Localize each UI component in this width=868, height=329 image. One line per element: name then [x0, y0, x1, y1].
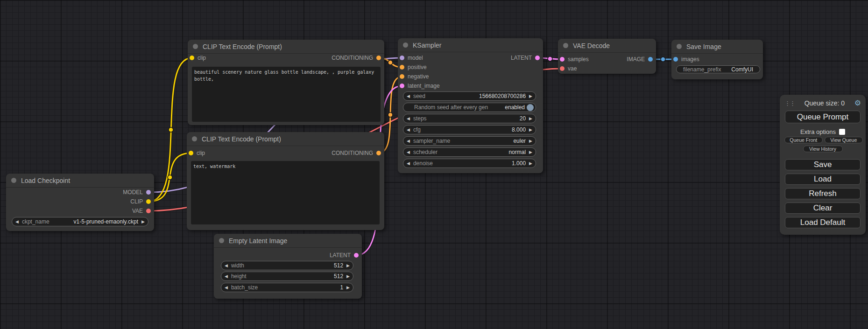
- input-latent-image[interactable]: latent_image: [400, 83, 440, 89]
- node-title-bar[interactable]: CLIP Text Encode (Prompt): [188, 40, 384, 54]
- node-title-bar[interactable]: Save Image: [671, 40, 763, 54]
- arrow-right-icon[interactable]: ▶: [346, 264, 350, 268]
- port-dot[interactable]: [400, 65, 404, 70]
- input-positive[interactable]: positive: [400, 64, 427, 70]
- port-dot[interactable]: [560, 57, 565, 62]
- output-latent[interactable]: LATENT: [511, 55, 540, 61]
- arrow-left-icon[interactable]: ◀: [407, 94, 410, 98]
- node-title-bar[interactable]: Load Checkpoint: [6, 174, 154, 188]
- queue-front-button[interactable]: Queue Front: [784, 137, 823, 143]
- prompt-textarea[interactable]: beautiful scenery nature glass bottle la…: [192, 67, 381, 122]
- arrow-right-icon[interactable]: ▶: [529, 117, 532, 121]
- output-latent[interactable]: LATENT: [330, 252, 359, 259]
- node-vae-decode[interactable]: VAE Decode samples vae IMAGE: [558, 39, 656, 74]
- port-dot[interactable]: [146, 190, 151, 195]
- port-dot[interactable]: [354, 253, 359, 258]
- arrow-left-icon[interactable]: ◀: [407, 161, 410, 166]
- collapse-dot[interactable]: [219, 238, 224, 243]
- drag-handle-icon[interactable]: ⋮⋮: [784, 100, 795, 106]
- node-save-image[interactable]: Save Image images filename_prefix ComfyU…: [671, 40, 763, 79]
- queue-panel[interactable]: ⋮⋮ Queue size: 0 ⚙ Queue Prompt Extra op…: [780, 95, 866, 235]
- arrow-left-icon[interactable]: ◀: [407, 150, 410, 154]
- prompt-textarea[interactable]: text, watermark: [191, 161, 380, 224]
- clear-button[interactable]: Clear: [785, 203, 861, 214]
- widget-filename-prefix[interactable]: filename_prefix ComfyUI: [676, 65, 760, 73]
- arrow-left-icon[interactable]: ◀: [225, 274, 228, 279]
- port-dot[interactable]: [648, 57, 653, 62]
- input-images[interactable]: images: [673, 56, 699, 63]
- widget-sampler-name[interactable]: ◀ sampler_name euler ▶: [403, 136, 536, 146]
- port-dot[interactable]: [376, 151, 381, 155]
- arrow-right-icon[interactable]: ▶: [529, 94, 532, 98]
- widget-random-seed-toggle[interactable]: Random seed after every gen enabled: [403, 103, 536, 112]
- input-samples[interactable]: samples: [560, 56, 589, 63]
- arrow-right-icon[interactable]: ▶: [529, 128, 532, 132]
- widget-scheduler[interactable]: ◀ scheduler normal ▶: [403, 147, 536, 157]
- widget-cfg[interactable]: ◀ cfg 8.000 ▶: [403, 125, 536, 134]
- port-dot[interactable]: [400, 74, 404, 79]
- node-title-bar[interactable]: KSampler: [398, 38, 543, 52]
- widget-height[interactable]: ◀ height 512 ▶: [221, 272, 353, 281]
- collapse-dot[interactable]: [403, 42, 408, 48]
- node-title-bar[interactable]: Empty Latent Image: [214, 234, 362, 248]
- collapse-dot[interactable]: [677, 44, 682, 49]
- arrow-left-icon[interactable]: ◀: [407, 117, 410, 121]
- node-clip-text-encode-positive[interactable]: CLIP Text Encode (Prompt) clip CONDITION…: [188, 40, 384, 125]
- arrow-right-icon[interactable]: ▶: [529, 139, 532, 143]
- arrow-right-icon[interactable]: ▶: [529, 150, 532, 154]
- node-load-checkpoint[interactable]: Load Checkpoint MODEL CLIP VAE ◀ ckpt_na…: [6, 174, 154, 231]
- arrow-left-icon[interactable]: ◀: [225, 264, 228, 268]
- toggle-dot[interactable]: [527, 104, 534, 111]
- refresh-button[interactable]: Refresh: [785, 188, 861, 199]
- arrow-left-icon[interactable]: ◀: [407, 139, 410, 143]
- input-vae[interactable]: vae: [560, 65, 577, 72]
- save-button[interactable]: Save: [785, 159, 861, 170]
- output-model[interactable]: MODEL: [123, 189, 151, 196]
- gear-icon[interactable]: ⚙: [854, 99, 861, 107]
- collapse-dot[interactable]: [11, 178, 16, 183]
- input-model[interactable]: model: [400, 55, 423, 61]
- port-dot[interactable]: [560, 66, 565, 71]
- arrow-left-icon[interactable]: ◀: [225, 286, 228, 290]
- extra-options-checkbox[interactable]: [839, 129, 845, 135]
- arrow-right-icon[interactable]: ▶: [346, 286, 350, 290]
- port-dot[interactable]: [189, 151, 193, 155]
- output-clip[interactable]: CLIP: [130, 198, 151, 205]
- node-graph-canvas[interactable]: { "icons": { "arrow_left": "◀", "arrow_r…: [0, 0, 868, 329]
- port-dot[interactable]: [146, 209, 151, 213]
- node-title-bar[interactable]: CLIP Text Encode (Prompt): [187, 132, 384, 146]
- load-default-button[interactable]: Load Default: [785, 217, 861, 228]
- arrow-left-icon[interactable]: ◀: [407, 128, 410, 132]
- widget-seed[interactable]: ◀ seed 156680208700286 ▶: [403, 91, 536, 101]
- output-vae[interactable]: VAE: [132, 208, 151, 214]
- output-image[interactable]: IMAGE: [627, 56, 653, 63]
- widget-steps[interactable]: ◀ steps 20 ▶: [403, 114, 536, 123]
- load-button[interactable]: Load: [785, 174, 861, 185]
- port-dot[interactable]: [400, 56, 404, 60]
- arrow-right-icon[interactable]: ▶: [141, 220, 145, 224]
- widget-ckpt-name[interactable]: ◀ ckpt_name v1-5-pruned-emaonly.ckpt ▶: [12, 217, 148, 226]
- arrow-left-icon[interactable]: ◀: [15, 220, 19, 224]
- node-clip-text-encode-negative[interactable]: CLIP Text Encode (Prompt) clip CONDITION…: [187, 132, 384, 230]
- arrow-right-icon[interactable]: ▶: [529, 161, 532, 166]
- view-queue-button[interactable]: View Queue: [825, 137, 863, 143]
- output-conditioning[interactable]: CONDITIONING: [332, 55, 381, 61]
- input-clip[interactable]: clip: [190, 55, 206, 61]
- node-ksampler[interactable]: KSampler model positive negative latent_…: [398, 38, 543, 173]
- port-dot[interactable]: [673, 57, 678, 62]
- collapse-dot[interactable]: [563, 43, 568, 48]
- input-clip[interactable]: clip: [189, 150, 205, 156]
- port-dot[interactable]: [535, 56, 540, 60]
- widget-batch-size[interactable]: ◀ batch_size 1 ▶: [221, 283, 353, 292]
- queue-prompt-button[interactable]: Queue Prompt: [785, 111, 861, 123]
- widget-width[interactable]: ◀ width 512 ▶: [221, 261, 353, 270]
- node-title-bar[interactable]: VAE Decode: [558, 39, 656, 53]
- arrow-right-icon[interactable]: ▶: [346, 274, 350, 279]
- input-negative[interactable]: negative: [400, 73, 429, 80]
- collapse-dot[interactable]: [193, 44, 198, 49]
- port-dot[interactable]: [190, 56, 194, 60]
- output-conditioning[interactable]: CONDITIONING: [332, 150, 381, 156]
- view-history-button[interactable]: View History: [803, 146, 843, 152]
- port-dot[interactable]: [376, 56, 381, 60]
- port-dot[interactable]: [146, 199, 151, 204]
